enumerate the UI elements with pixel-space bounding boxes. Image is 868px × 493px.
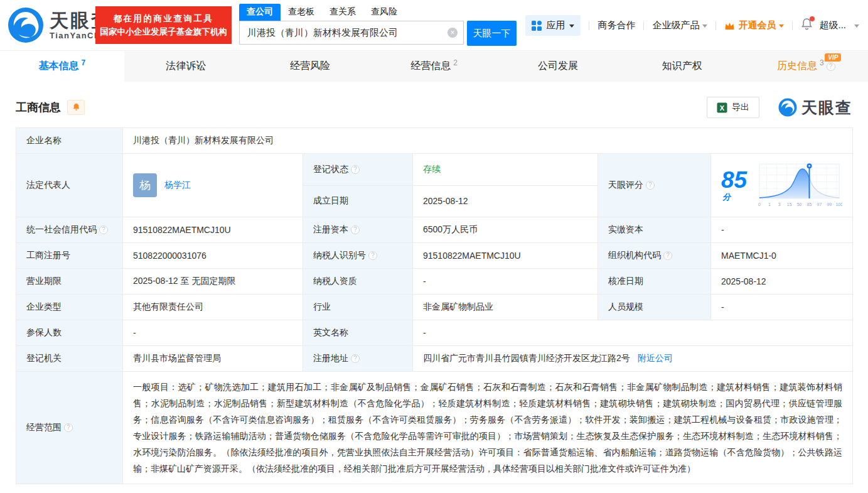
nav-user-menu[interactable]: 超级...	[819, 19, 846, 31]
apps-grid-icon	[532, 21, 542, 31]
help-icon[interactable]	[64, 423, 73, 432]
search-tab-company[interactable]: 查公司	[239, 4, 281, 21]
insured-count-label: 参保人数	[16, 320, 123, 346]
legal-rep-link[interactable]: 杨学江	[164, 180, 191, 191]
nav-enterprise-products[interactable]: 企业级产品	[652, 19, 707, 31]
score-value-wrap: 85分	[721, 168, 756, 203]
help-icon[interactable]	[646, 181, 655, 190]
table-row: 工商注册号 510822000031076 纳税人识别号 91510822MAE…	[16, 243, 853, 269]
help-icon[interactable]	[827, 62, 835, 71]
help-icon[interactable]	[663, 251, 672, 260]
brand-slogan-banner: 都在用的商业查询工具 国家中小企业发展子基金旗下机构	[95, 6, 232, 44]
help-icon[interactable]	[368, 251, 377, 260]
reg-status-value: 存续	[413, 154, 598, 186]
legal-rep-avatar[interactable]: 杨	[133, 173, 157, 197]
tab-count: 3	[820, 58, 824, 67]
notification-bell[interactable]	[801, 18, 813, 33]
paid-capital-label: 实缴资本	[598, 217, 711, 243]
staff-size-value: -	[711, 295, 853, 320]
tab-operating-risk[interactable]: 经营风险	[248, 51, 372, 82]
address-value-cell: 四川省广元市青川县竹园镇青川经济开发区龙江路2号 附近公司	[413, 346, 853, 372]
nav-enterprise-label: 企业级产品	[652, 19, 699, 31]
tab-count: 7	[81, 58, 85, 67]
industry-label: 行业	[303, 295, 413, 320]
help-icon[interactable]	[351, 225, 360, 234]
english-name-value: -	[413, 320, 853, 346]
search-input[interactable]	[239, 21, 464, 45]
score-distribution-chart: 0 1 3 15 50 85 97 99 100	[756, 161, 842, 210]
tab-intellectual-property[interactable]: 知识产权	[620, 51, 744, 82]
nearby-companies-link[interactable]: 附近公司	[638, 353, 673, 363]
score-value: 85	[721, 167, 747, 193]
table-row: 参保人数 - 英文名称 -	[16, 320, 853, 346]
taxpayer-no-value: 91510822MAETMCJ10U	[413, 243, 598, 269]
chevron-down-icon	[779, 24, 784, 28]
tab-count: 2	[453, 58, 458, 67]
nav-business-cooperation[interactable]: 商务合作	[597, 19, 635, 31]
tab-label: 知识产权	[662, 60, 702, 73]
establish-date-label: 成立日期	[303, 185, 413, 217]
tianyancha-logo-icon	[8, 7, 44, 43]
business-scope-value: 一般项目：选矿；矿物洗选加工；建筑用石加工；非金属矿及制品销售；金属矿石销售；石…	[123, 372, 853, 484]
page-tabbar: 基本信息 7 法律诉讼 经营风险 经营信息 2 公司发展 知识产权 VIP 历史…	[0, 50, 868, 82]
nav-open-membership[interactable]: 开通会员	[724, 19, 784, 31]
business-scope-label-cell: 经营范围	[16, 372, 123, 484]
section-title: 工商信息	[16, 100, 61, 115]
svg-text:0: 0	[758, 202, 761, 207]
nav-apps[interactable]: 应用	[525, 15, 581, 36]
tab-legal-litigation[interactable]: 法律诉讼	[124, 51, 249, 82]
search-tab-risk[interactable]: 查风险	[363, 4, 405, 21]
help-icon[interactable]	[351, 165, 360, 174]
subscribe-bell-button[interactable]	[67, 100, 85, 115]
table-row: 企业名称 川港投（青川）新材料发展有限公司	[16, 128, 853, 154]
search-button[interactable]: 天眼一下	[467, 21, 517, 46]
reg-capital-label-cell: 注册资本	[303, 217, 413, 243]
taxpayer-quality-label: 纳税人资质	[303, 269, 413, 295]
watermark-logo: 天眼查	[778, 97, 852, 118]
vip-badge: VIP	[825, 53, 841, 62]
tyc-score-label: 天眼评分	[608, 180, 643, 191]
taxpayer-quality-value: -	[413, 269, 598, 295]
search-tab-relation[interactable]: 查关系	[322, 4, 363, 21]
credit-code-label: 统一社会信用代码	[26, 224, 97, 236]
svg-text:100: 100	[835, 202, 842, 207]
tab-history-info[interactable]: VIP 历史信息 3	[744, 51, 868, 82]
help-icon[interactable]	[99, 225, 108, 234]
export-button[interactable]: X 导出	[707, 97, 759, 118]
company-type-value: 其他有限责任公司	[123, 295, 303, 320]
reg-status-label-cell: 登记状态	[303, 154, 413, 186]
chevron-down-icon[interactable]	[854, 24, 859, 28]
address-value: 四川省广元市青川县竹园镇青川经济开发区龙江路2号	[423, 353, 630, 363]
svg-text:50: 50	[797, 202, 802, 207]
company-name-label: 企业名称	[16, 128, 123, 154]
export-label: 导出	[732, 102, 749, 113]
tab-business-info[interactable]: 经营信息 2	[372, 51, 496, 82]
business-term-value: 2025-08-12 至 无固定期限	[123, 269, 303, 295]
svg-text:85: 85	[806, 202, 812, 207]
section-header: 工商信息 X 导出 天眼查	[16, 97, 852, 118]
svg-text:3: 3	[778, 202, 781, 207]
nav-separator	[850, 21, 850, 30]
clear-search-icon[interactable]	[447, 28, 458, 38]
address-label: 注册地址	[313, 353, 348, 364]
svg-text:X: X	[720, 104, 725, 111]
tab-label: 基本信息	[38, 60, 78, 73]
crown-icon	[724, 21, 735, 30]
business-term-label: 营业期限	[16, 269, 123, 295]
tab-label: 经营信息	[410, 60, 451, 73]
org-code-label-cell: 组织机构代码	[598, 243, 711, 269]
org-code-label: 组织机构代码	[608, 250, 661, 261]
search-tab-boss[interactable]: 查老板	[281, 4, 322, 21]
search-area: 查公司 查老板 查关系 查风险 天眼一下	[239, 4, 517, 46]
top-nav: 应用 商务合作 企业级产品 开通会员 超级..	[525, 15, 859, 36]
approve-date-value: 2025-08-12	[711, 269, 853, 295]
nav-apps-label: 应用	[546, 19, 565, 31]
help-icon[interactable]	[351, 354, 360, 363]
tab-company-development[interactable]: 公司发展	[496, 51, 620, 82]
staff-size-label: 人员规模	[598, 295, 711, 320]
tab-basic-info[interactable]: 基本信息 7	[0, 51, 124, 82]
industry-value: 非金属矿物制品业	[413, 295, 598, 320]
org-code-value: MAETMCJ1-0	[711, 243, 853, 269]
business-info-table: 企业名称 川港投（青川）新材料发展有限公司 法定代表人 杨 杨学江 登记状态 存…	[16, 127, 853, 484]
nav-separator	[792, 21, 793, 30]
